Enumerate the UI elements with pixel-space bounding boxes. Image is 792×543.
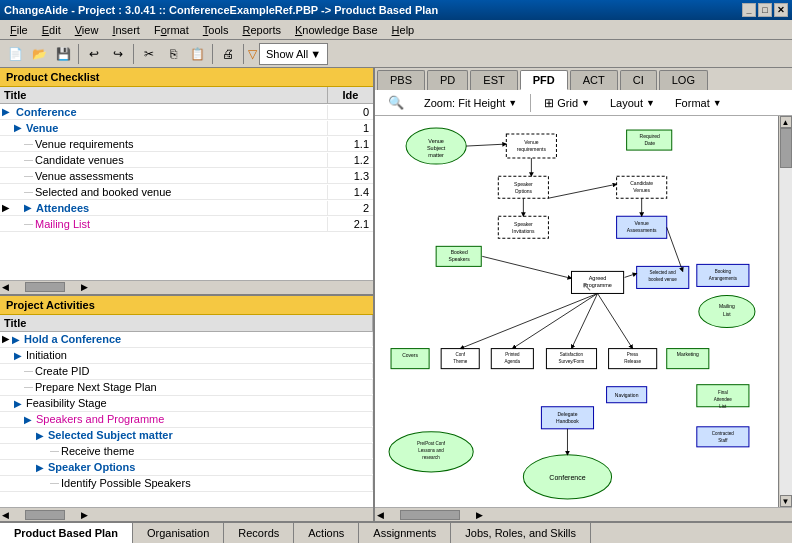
toolbar-sep-1 <box>78 44 79 64</box>
node-label: Speakers and Programme <box>36 413 164 425</box>
svg-line-71 <box>466 144 506 146</box>
tree-row[interactable]: ▶ Feasibility Stage <box>0 396 373 412</box>
tab-pd[interactable]: PD <box>427 70 468 90</box>
tree-row[interactable]: — Mailing List 2.1 <box>0 216 373 232</box>
menu-format[interactable]: Format <box>148 22 195 38</box>
tree-row[interactable]: ▶ Speaker Options <box>0 460 373 476</box>
status-tab-product-based-plan[interactable]: Product Based Plan <box>0 523 133 543</box>
grid-button[interactable]: ⊞ Grid ▼ <box>537 93 597 113</box>
tree-row[interactable]: ▶ Venue 1 <box>0 120 373 136</box>
tab-act[interactable]: ACT <box>570 70 618 90</box>
tree-row[interactable]: — Prepare Next Stage Plan <box>0 380 373 396</box>
node-label: Conference <box>14 106 77 118</box>
menu-insert[interactable]: Insert <box>106 22 146 38</box>
toolbar-open[interactable]: 📂 <box>28 43 50 65</box>
status-tab-organisation[interactable]: Organisation <box>133 523 224 543</box>
vertical-scrollbar[interactable]: ▲ ▼ <box>778 116 792 507</box>
tree-row[interactable]: — Create PID <box>0 364 373 380</box>
tree-row[interactable]: ▶ Selected Subject matter <box>0 428 373 444</box>
zoom-search-button[interactable]: 🔍 <box>381 92 411 113</box>
tab-est[interactable]: EST <box>470 70 517 90</box>
show-all-button[interactable]: Show All ▼ <box>259 43 328 65</box>
tree-row[interactable]: — Identify Possible Speakers <box>0 476 373 492</box>
hscroll-thumb[interactable] <box>25 510 65 520</box>
toolbar-print[interactable]: 🖨 <box>217 43 239 65</box>
toolbar-undo[interactable]: ↩ <box>83 43 105 65</box>
toolbar-sep-4 <box>243 44 244 64</box>
product-checklist-hscroll[interactable]: ◀ ▶ <box>0 280 373 294</box>
maximize-button[interactable]: □ <box>758 3 772 17</box>
menu-reports[interactable]: Reports <box>236 22 287 38</box>
tab-log[interactable]: LOG <box>659 70 708 90</box>
tab-pbs[interactable]: PBS <box>377 70 425 90</box>
menu-tools[interactable]: Tools <box>197 22 235 38</box>
project-activities-body[interactable]: ▶ ▶ Hold a Conference ▶ Initiation <box>0 332 373 508</box>
tab-ci[interactable]: CI <box>620 70 657 90</box>
project-activities-header: Project Activities <box>0 296 373 315</box>
node-label: Receive theme <box>61 445 134 457</box>
tree-row[interactable]: — Venue requirements 1.1 <box>0 136 373 152</box>
tree-row[interactable]: ▶ Speakers and Programme <box>0 412 373 428</box>
tree-row[interactable]: ▶ Initiation <box>0 348 373 364</box>
title-text: ChangeAide - Project : 3.0.41 :: Confere… <box>4 4 438 16</box>
toolbar-copy[interactable]: ⎘ <box>162 43 184 65</box>
svg-text:List: List <box>723 311 731 317</box>
tree-row[interactable]: ▶ ▶ Hold a Conference <box>0 332 373 348</box>
dash-icon: — <box>24 219 33 229</box>
dash-icon: — <box>24 155 33 165</box>
activities-hscroll[interactable]: ◀ ▶ <box>0 507 373 521</box>
hscroll-left[interactable]: ◀ <box>375 510 386 520</box>
hscroll-left[interactable]: ◀ <box>0 282 11 292</box>
svg-text:Delegate: Delegate <box>557 411 577 417</box>
status-tab-records[interactable]: Records <box>224 523 294 543</box>
toolbar-save[interactable]: 💾 <box>52 43 74 65</box>
toolbar-sep-2 <box>133 44 134 64</box>
svg-text:Booking: Booking <box>715 269 732 274</box>
hscroll-left[interactable]: ◀ <box>0 510 11 520</box>
tab-pfd[interactable]: PFD <box>520 70 568 90</box>
hscroll-right[interactable]: ▶ <box>79 510 90 520</box>
layout-button[interactable]: Layout ▼ <box>603 94 662 112</box>
menu-help[interactable]: Help <box>386 22 421 38</box>
tree-row[interactable]: ▶ Conference 0 <box>0 104 373 120</box>
tree-row[interactable]: — Selected and booked venue 1.4 <box>0 184 373 200</box>
node-label: Speaker Options <box>48 461 135 473</box>
status-tab-actions[interactable]: Actions <box>294 523 359 543</box>
status-tab-jobs-roles[interactable]: Jobs, Roles, and Skills <box>451 523 591 543</box>
col-title: Title <box>0 87 328 103</box>
svg-text:Conference: Conference <box>549 474 585 481</box>
tree-row[interactable]: ▶ ▶ Attendees 2 <box>0 200 373 216</box>
hscroll-thumb[interactable] <box>25 282 65 292</box>
tree-row[interactable]: — Venue assessments 1.3 <box>0 168 373 184</box>
tree-row[interactable]: — Receive theme <box>0 444 373 460</box>
show-all-dropdown-icon: ▼ <box>310 48 321 60</box>
hscroll-thumb[interactable] <box>400 510 460 520</box>
scroll-down-button[interactable]: ▼ <box>780 495 792 507</box>
menu-view[interactable]: View <box>69 22 105 38</box>
toolbar-cut[interactable]: ✂ <box>138 43 160 65</box>
diagram-hscroll[interactable]: ◀ ▶ <box>375 507 792 521</box>
tree-cell-id: 0 <box>328 105 373 119</box>
format-button[interactable]: Format ▼ <box>668 94 729 112</box>
tree-cell-id: 1.4 <box>328 185 373 199</box>
project-activities-section: Project Activities Title ▶ ▶ Hold a Conf… <box>0 296 373 522</box>
menu-file[interactable]: File <box>4 22 34 38</box>
scroll-thumb[interactable] <box>780 128 792 168</box>
diagram-canvas[interactable]: Venue Subject matter Venue requirements … <box>375 116 778 507</box>
hscroll-right[interactable]: ▶ <box>79 282 90 292</box>
zoom-fit-button[interactable]: Zoom: Fit Height ▼ <box>417 94 524 112</box>
menu-knowledge-base[interactable]: Knowledge Base <box>289 22 384 38</box>
menu-edit[interactable]: Edit <box>36 22 67 38</box>
toolbar-new[interactable]: 📄 <box>4 43 26 65</box>
toolbar-redo[interactable]: ↪ <box>107 43 129 65</box>
scroll-track[interactable] <box>780 128 792 495</box>
hscroll-right[interactable]: ▶ <box>474 510 485 520</box>
product-checklist-body[interactable]: ▶ Conference 0 ▶ Venue 1 — <box>0 104 373 280</box>
scroll-up-button[interactable]: ▲ <box>780 116 792 128</box>
right-panel: PBS PD EST PFD ACT CI LOG 🔍 Zoom: Fit He… <box>375 68 792 521</box>
minimize-button[interactable]: _ <box>742 3 756 17</box>
tree-row[interactable]: — Candidate venues 1.2 <box>0 152 373 168</box>
status-tab-assignments[interactable]: Assignments <box>359 523 451 543</box>
toolbar-paste[interactable]: 📋 <box>186 43 208 65</box>
close-button[interactable]: ✕ <box>774 3 788 17</box>
